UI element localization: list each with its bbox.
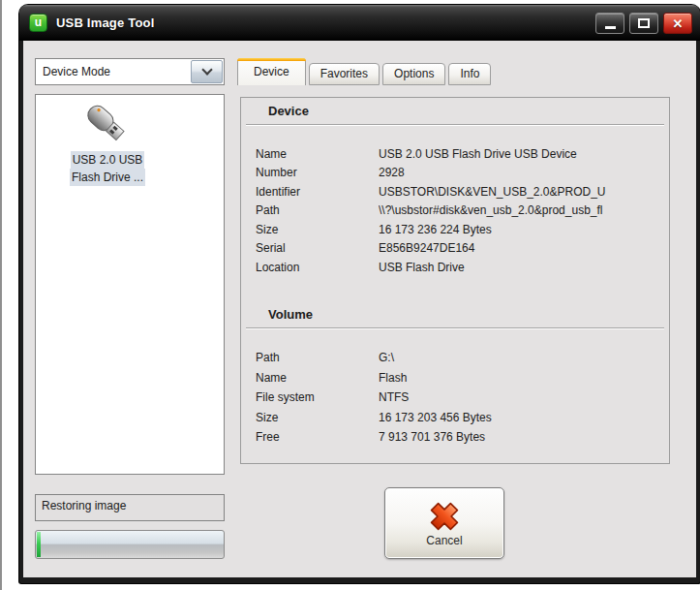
device-row-number: Number2928 [256, 164, 665, 183]
minimize-icon [605, 26, 616, 29]
status-text: Restoring image [42, 499, 224, 512]
tab-info[interactable]: Info [448, 63, 491, 85]
screen-edge-line [0, 0, 2, 590]
cancel-button[interactable]: Cancel [384, 487, 504, 559]
volume-section-title: Volume [268, 307, 313, 322]
device-row-size: Size16 173 236 224 Bytes [256, 220, 665, 239]
volume-row-path: PathG:\ [256, 348, 665, 368]
device-row-path: Path\\?\usbstor#disk&ven_usb_2.0&prod_us… [256, 202, 665, 221]
device-row-location: LocationUSB Flash Drive [256, 258, 665, 277]
device-row-serial: SerialE856B9247DE164 [256, 239, 665, 259]
app-icon[interactable]: u [29, 14, 47, 32]
status-box: Restoring image [35, 494, 225, 521]
volume-info-rows: PathG:\ NameFlash File systemNTFS Size16… [256, 348, 665, 448]
device-section-title: Device [268, 104, 309, 118]
maximize-icon [638, 18, 650, 28]
close-button[interactable]: ✕ [663, 13, 692, 34]
volume-row-size: Size16 173 203 456 Bytes [256, 408, 665, 428]
window-controls: ✕ [595, 13, 692, 34]
usb-drive-icon [80, 101, 135, 149]
device-label-line1: USB 2.0 USB [71, 151, 145, 169]
device-label-line2: Flash Drive ... [70, 169, 145, 186]
cancel-x-icon [428, 500, 461, 533]
combo-dropdown-button[interactable] [191, 60, 223, 83]
titlebar[interactable]: u USB Image Tool ✕ [19, 5, 700, 41]
cancel-button-label: Cancel [426, 534, 462, 547]
device-info-rows: NameUSB 2.0 USB Flash Drive USB Device N… [256, 144, 665, 277]
volume-row-name: NameFlash [256, 368, 665, 388]
client-area: Device Mode [23, 41, 696, 577]
chevron-down-icon [201, 64, 212, 75]
tab-strip: Device Favorites Options Info [237, 58, 491, 85]
section-divider [246, 124, 664, 126]
progress-chunk [37, 532, 41, 557]
maximize-button[interactable] [629, 13, 658, 34]
mode-select-value: Device Mode [43, 59, 110, 84]
device-list-item-label: USB 2.0 USB Flash Drive ... [47, 151, 167, 186]
volume-row-filesystem: File systemNTFS [256, 388, 665, 408]
mode-select[interactable]: Device Mode [35, 58, 225, 85]
tab-favorites[interactable]: Favorites [309, 63, 380, 85]
section-divider [246, 327, 664, 329]
volume-row-free: Free7 913 701 376 Bytes [256, 427, 665, 448]
device-tab-panel: Device NameUSB 2.0 USB Flash Drive USB D… [240, 97, 670, 464]
device-list-item[interactable]: USB 2.0 USB Flash Drive ... [47, 101, 167, 186]
tab-device[interactable]: Device [237, 58, 306, 85]
device-list[interactable]: USB 2.0 USB Flash Drive ... [35, 94, 225, 475]
minimize-button[interactable] [595, 13, 624, 34]
device-row-name: NameUSB 2.0 USB Flash Drive USB Device [256, 144, 665, 164]
device-row-identifier: IdentifierUSBSTOR\DISK&VEN_USB_2.0&PROD_… [256, 182, 665, 202]
progress-bar [35, 530, 225, 559]
usb-image-tool-window: u USB Image Tool ✕ Device Mode [19, 5, 700, 583]
window-title: USB Image Tool [56, 16, 595, 30]
tab-options[interactable]: Options [382, 63, 445, 85]
close-icon: ✕ [673, 17, 684, 30]
